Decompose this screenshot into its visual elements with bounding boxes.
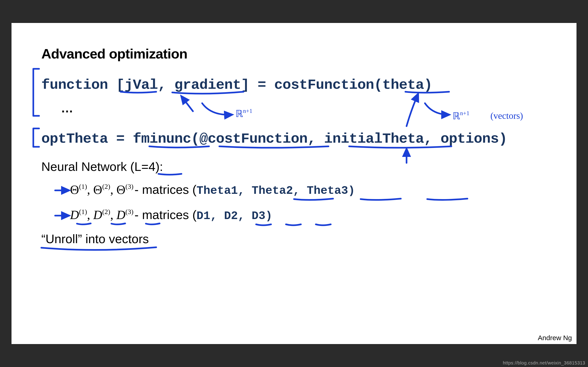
D-matrices-label: - matrices (: [134, 208, 196, 222]
underline-L4: [158, 174, 182, 175]
theta-sym-1: Θ: [70, 183, 79, 197]
sup-3a: (3): [125, 183, 133, 190]
underline-D2: [286, 224, 301, 225]
theta-matrices-label: - matrices (: [134, 183, 196, 196]
theta-ident: theta: [382, 77, 424, 93]
sep2: ,: [110, 183, 116, 197]
sep-d1: ,: [210, 209, 224, 223]
bracket-annot-1: [33, 69, 39, 116]
D3-ident: D3: [251, 209, 265, 223]
sep-d2: ,: [238, 209, 251, 223]
Theta1-ident: Theta1: [196, 184, 238, 197]
kw-function: function: [41, 77, 116, 93]
theta-row: Θ(1), Θ(2), Θ(3) - matrices (Theta1, The…: [70, 182, 355, 197]
unroll-text: “Unroll” into vectors: [41, 232, 149, 246]
sep-t1: ,: [238, 184, 251, 197]
fminunc-ident: fminunc: [133, 131, 191, 147]
theta-sym-2: Θ: [93, 183, 102, 197]
sup-2b: (2): [102, 208, 110, 215]
sup-3b: (3): [125, 208, 133, 215]
theta-sym-3: Θ: [116, 183, 125, 197]
slide-title: Advanced optimization: [41, 46, 187, 62]
arrow-to-Rn1-b: [425, 103, 449, 115]
underline-D3sym: [146, 223, 160, 224]
sep-t2: ,: [293, 184, 307, 197]
watermark-url: https://blog.csdn.net/weixin_36815313: [503, 360, 585, 366]
comma-2: ,: [308, 131, 324, 147]
slide-inner: Advanced optimization function [jVal, gr…: [11, 23, 577, 344]
comma: ,: [158, 77, 174, 93]
initialtheta-ident: initialTheta: [324, 131, 424, 147]
author-credit: Andrew Ng: [538, 334, 572, 342]
underline-Theta3: [427, 199, 467, 200]
sup-1a: (1): [79, 183, 87, 190]
arrow-initialtheta-to-theta: [406, 94, 418, 126]
Theta2-ident: Theta2: [251, 184, 293, 197]
d-row: D(1), D(2), D(3) - matrices (D1, D2, D3): [70, 208, 272, 223]
hand-Rn1-b: ℝn+1: [452, 110, 469, 121]
underline-D2sym: [111, 223, 125, 224]
opt-lhs: optTheta =: [41, 131, 133, 147]
arrow-to-Rn1-a: [202, 103, 232, 115]
jval-ident: jVal: [124, 77, 158, 93]
nn-L: L=4: [134, 160, 156, 173]
D-sym-2: D: [93, 208, 102, 222]
sep3: ,: [87, 208, 93, 222]
underline-D1: [256, 224, 271, 225]
D-sym-1: D: [70, 208, 79, 222]
D1-ident: D1: [196, 209, 210, 223]
gradient-ident: gradient: [174, 77, 241, 93]
paren-open-2: (: [191, 131, 199, 147]
nn-header-a: Neural Network (: [41, 160, 134, 173]
D-sym-3: D: [116, 208, 125, 222]
close-d: ): [265, 209, 272, 223]
bracket-close: ]: [241, 77, 249, 93]
slide-card: Advanced optimization function [jVal, gr…: [11, 23, 577, 344]
D2-ident: D2: [224, 209, 238, 223]
hand-Rn1-a: ℝn+1: [235, 108, 252, 119]
sup-1b: (1): [79, 208, 87, 215]
bracket-annot-2: [33, 128, 39, 147]
underline-unroll: [41, 247, 156, 250]
Theta3-ident: Theta3: [307, 184, 348, 197]
underline-Theta1: [294, 199, 333, 200]
nn-header: Neural Network (L=4):: [41, 159, 163, 174]
code-line-1: function [jVal, gradient] = costFunction…: [41, 77, 432, 93]
underline-D3: [316, 224, 331, 225]
sup-2a: (2): [102, 183, 110, 190]
ellipsis: …: [61, 101, 74, 115]
arrow-to-gradient: [182, 96, 193, 111]
eq-costfn: = costFunction(: [249, 77, 382, 93]
comma-options: , options): [424, 131, 507, 147]
paren-close: ): [424, 77, 432, 93]
at-costfn: @costFunction: [199, 131, 308, 147]
underline-Theta2: [361, 199, 401, 200]
nn-header-b: ):: [156, 160, 163, 173]
code-line-2: optTheta = fminunc(@costFunction, initia…: [41, 131, 507, 147]
bracket-open: [: [116, 77, 124, 93]
underline-D1sym: [77, 223, 91, 224]
sep1: ,: [87, 183, 93, 197]
hand-vectors: (vectors): [490, 110, 523, 121]
close-t: ): [348, 184, 355, 197]
sep4: ,: [110, 208, 116, 222]
